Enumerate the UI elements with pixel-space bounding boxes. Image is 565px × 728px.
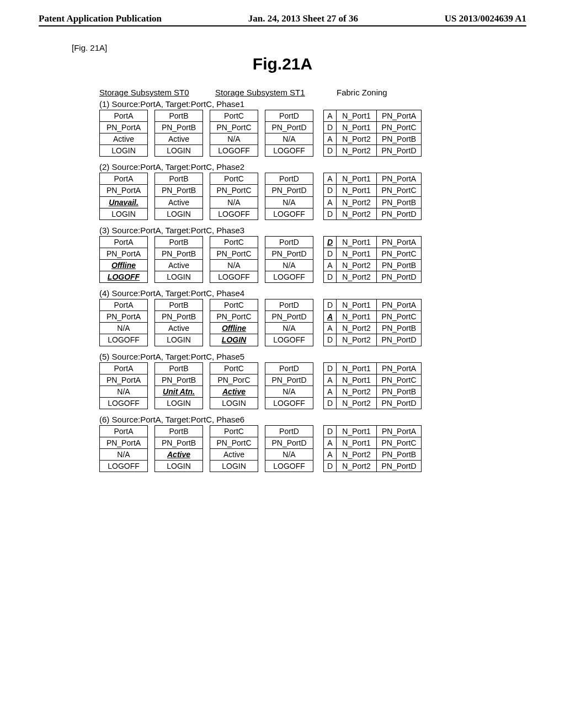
port-box: PortCPN_PortCOfflineLOGIN	[210, 299, 258, 346]
port-cell: PortD	[265, 426, 313, 437]
port-cell: Active	[155, 133, 202, 145]
zoning-cell: N_Port1	[337, 248, 377, 259]
zoning-cell: A	[324, 110, 337, 121]
port-box: PortAPN_PortAUnavail.LOGIN	[99, 173, 148, 220]
phase-row: PortAPN_PortAUnavail.LOGINPortBPN_PortBA…	[99, 173, 526, 220]
port-cell: LOGIN	[210, 398, 258, 409]
zoning-row: AN_Port2PN_PortB	[324, 260, 421, 271]
port-cell: N/A	[265, 133, 313, 145]
zoning-cell: PN_PortC	[377, 311, 421, 322]
section-heads: Storage Subsystem ST0 Storage Subsystem …	[99, 88, 526, 97]
zoning-row: DN_Port2PN_PortD	[324, 461, 421, 472]
port-cell: Unit Atn.	[155, 386, 202, 398]
phase-label: (3) Source:PortA, Target:PortC, Phase3	[99, 226, 526, 235]
port-cell: PN_PortA	[100, 374, 147, 386]
port-cell: LOGOFF	[210, 208, 258, 220]
phase-label: (2) Source:PortA, Target:PortC, Phase2	[99, 162, 526, 172]
zoning-row: AN_Port1PN_PortC	[324, 437, 421, 449]
phase-label: (1) Source:PortA, Target:PortC, Phase1	[99, 99, 526, 109]
zoning-cell: N_Port1	[337, 437, 377, 448]
page-header: Patent Application Publication Jan. 24, …	[39, 13, 526, 26]
phase-block: (1) Source:PortA, Target:PortC, Phase1Po…	[99, 99, 526, 157]
phase-block: (2) Source:PortA, Target:PortC, Phase2Po…	[99, 162, 526, 220]
port-cell: LOGOFF	[265, 208, 313, 220]
zoning-cell: N_Port2	[337, 386, 377, 397]
port-cell: PN_PortC	[210, 311, 258, 323]
port-box: PortAPN_PortAOfflineLOGOFF	[99, 236, 148, 283]
port-box: PortCPN_PortCN/ALOGOFF	[210, 110, 258, 157]
port-cell: LOGOFF	[100, 271, 147, 282]
port-cell: LOGOFF	[265, 145, 313, 156]
head-st1: Storage Subsystem ST1	[215, 88, 337, 97]
zoning-cell: N_Port1	[337, 311, 377, 322]
port-cell: N/A	[210, 133, 258, 145]
port-cell: Active	[155, 449, 202, 461]
zoning-cell: PN_PortB	[377, 197, 421, 208]
zoning-cell: PN_PortC	[377, 122, 421, 133]
port-box: PortCPN_PortCN/ALOGOFF	[210, 173, 258, 220]
port-cell: PortC	[210, 426, 258, 437]
port-box: PortBPN_PortBUnit Atn.LOGIN	[154, 362, 203, 409]
port-box: PortDPN_PortDN/ALOGOFF	[265, 425, 313, 472]
zoning-row: AN_Port2PN_PortB	[324, 323, 421, 334]
port-cell: LOGOFF	[265, 334, 313, 345]
port-cell: PN_PortC	[210, 248, 258, 260]
zoning-cell: PN_PortB	[377, 386, 421, 397]
port-cell: LOGIN	[210, 461, 258, 472]
port-cell: PN_PortA	[100, 248, 147, 260]
zoning-row: DN_Port1PN_PortC	[324, 248, 421, 260]
port-cell: LOGIN	[155, 271, 202, 282]
port-cell: PN_PortA	[100, 437, 147, 449]
port-cell: PortB	[155, 110, 202, 122]
zoning-cell: A	[324, 197, 337, 208]
zoning-row: DN_Port1PN_PortC	[324, 122, 421, 133]
port-cell: LOGOFF	[210, 145, 258, 156]
port-box: PortDPN_PortDN/ALOGOFF	[265, 299, 313, 346]
zoning-cell: A	[324, 323, 337, 334]
port-cell: PN_PortD	[265, 374, 313, 386]
zoning-cell: A	[324, 260, 337, 271]
port-cell: Active	[155, 197, 202, 208]
zoning-cell: PN_PortB	[377, 133, 421, 144]
zoning-table: DN_Port1PN_PortAAN_Port1PN_PortCAN_Port2…	[323, 425, 422, 472]
phase-row: PortAPN_PortAN/ALOGOFFPortBPN_PortBActiv…	[99, 299, 526, 346]
zoning-cell: PN_PortA	[377, 110, 421, 121]
zoning-cell: PN_PortD	[377, 208, 421, 220]
port-cell: Unavail.	[100, 197, 147, 208]
zoning-row: AN_Port2PN_PortB	[324, 386, 421, 398]
port-box: PortBPN_PortBActiveLOGIN	[154, 110, 203, 157]
port-box: PortCPN_PorCActiveLOGIN	[210, 362, 258, 409]
port-box: PortDPN_PortDN/ALOGOFF	[265, 362, 313, 409]
zoning-row: DN_Port2PN_PortD	[324, 145, 421, 156]
port-box: PortBPN_PortBActiveLOGIN	[154, 425, 203, 472]
port-cell: LOGIN	[155, 398, 202, 409]
port-cell: Offline	[100, 260, 147, 271]
zoning-cell: PN_PortB	[377, 260, 421, 271]
port-cell: PN_PortB	[155, 185, 202, 196]
port-cell: LOGIN	[155, 208, 202, 220]
port-cell: Active	[155, 323, 202, 334]
port-cell: PortD	[265, 237, 313, 248]
header-left: Patent Application Publication	[39, 13, 162, 24]
zoning-cell: PN_PortB	[377, 323, 421, 334]
figure-content: Storage Subsystem ST0 Storage Subsystem …	[99, 88, 526, 472]
zoning-row: AN_Port1PN_PortC	[324, 374, 421, 386]
zoning-cell: D	[324, 299, 337, 311]
port-cell: PortA	[100, 173, 147, 185]
port-cell: LOGOFF	[265, 461, 313, 472]
port-cell: PortA	[100, 426, 147, 437]
zoning-cell: N_Port1	[337, 363, 377, 374]
zoning-cell: PN_PortC	[377, 437, 421, 448]
port-cell: PortD	[265, 173, 313, 185]
port-cell: PortD	[265, 363, 313, 374]
zoning-table: AN_Port1PN_PortADN_Port1PN_PortCAN_Port2…	[323, 110, 422, 157]
port-cell: PN_PorC	[210, 374, 258, 386]
port-cell: Active	[100, 133, 147, 145]
phase-row: PortAPN_PortAOfflineLOGOFFPortBPN_PortBA…	[99, 236, 526, 283]
zoning-cell: A	[324, 311, 337, 322]
phase-block: (4) Source:PortA, Target:PortC, Phase4Po…	[99, 288, 526, 346]
port-cell: PortD	[265, 110, 313, 122]
port-cell: N/A	[210, 260, 258, 271]
port-cell: LOGOFF	[210, 271, 258, 282]
port-cell: N/A	[265, 386, 313, 398]
